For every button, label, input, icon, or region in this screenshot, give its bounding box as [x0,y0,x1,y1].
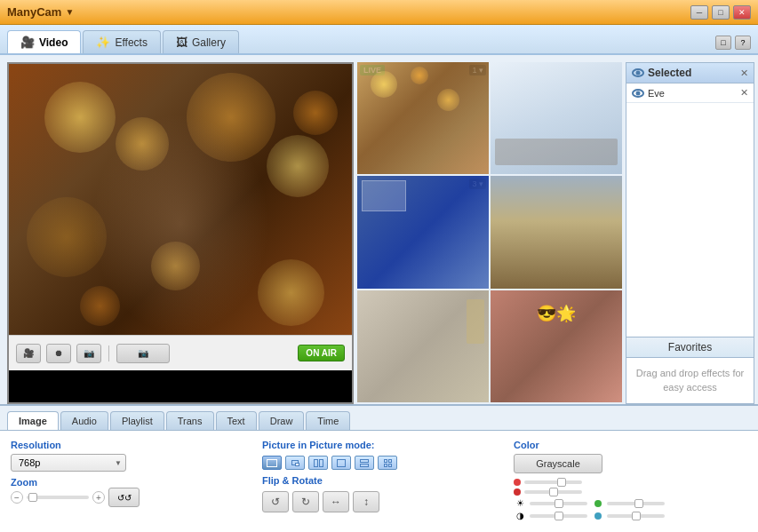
restore-button[interactable]: □ [712,5,730,20]
pip-btn-1[interactable] [262,456,282,470]
bokeh-cell-1 [371,71,397,98]
selected-eye-icon [632,89,644,98]
selected-close-btn[interactable]: ✕ [740,67,748,79]
pip-btn-5[interactable] [355,456,374,470]
color-slider-5[interactable] [530,514,587,518]
zoom-track[interactable] [27,496,89,499]
grid-row-3: 5 ▾ 6 ▾ 😎🌟 [357,290,622,402]
flip-label: Flip & Rotate [262,475,323,486]
cell-bg-4 [491,176,622,288]
tab-video[interactable]: 🎥 Video [7,30,81,53]
tab-gallery-label: Gallery [192,36,226,49]
bokeh-4 [267,135,329,197]
settings-col-2: Picture in Picture mode: [262,440,496,523]
grid-cell-1[interactable]: LIVE 1 ▾ [357,62,489,174]
record-btn[interactable]: ⏺ [46,344,71,363]
eye-icon [632,68,644,77]
pip-btn-3[interactable] [308,456,328,470]
grayscale-button[interactable]: Grayscale [514,454,602,473]
content-area: 🎥 ⏺ 📷 📷 ON AIR LIVE 1 ▾ [0,55,758,404]
tab-gallery[interactable]: 🖼 Gallery [163,30,239,53]
slider-thumb-6 [632,512,641,520]
slider-thumb-1 [557,478,566,487]
title-bar: ManyCam ▼ ─ □ ✕ [0,0,758,25]
flip-h-btn[interactable]: ↔ [323,491,349,512]
color-slider-3[interactable] [530,502,587,505]
tab-audio-label: Audio [72,416,97,426]
pip-btn-6[interactable] [378,456,397,470]
zoom-minus-btn[interactable]: − [11,491,23,504]
grid-cell-6[interactable]: 6 ▾ 😎🌟 [491,290,622,402]
resolution-label: Resolution [11,440,244,450]
zoom-label: Zoom [11,477,37,488]
main-container: 🎥 Video ✨ Effects 🖼 Gallery □ ? [0,25,758,532]
helper-btn-2[interactable]: ? [735,36,751,50]
snapshot-btn[interactable]: 📷 [76,344,101,363]
minimize-button[interactable]: ─ [690,5,708,20]
color-slider-4[interactable] [607,502,665,505]
dropdown-arrow[interactable]: ▼ [65,7,74,17]
tab-text[interactable]: Text [216,411,257,430]
tab-audio[interactable]: Audio [60,411,108,430]
grid-cell-4[interactable]: 4 ▾ [491,176,622,288]
tab-time-label: Time [317,416,339,426]
color-row-2 [514,488,747,496]
zoom-reset-btn[interactable]: ↺↺ [108,488,140,507]
tab-time[interactable]: Time [306,411,350,430]
helper-btn-1[interactable]: □ [715,36,731,50]
color-sliders: ☀ ◑ [514,479,747,520]
on-air-button[interactable]: ON AIR [298,345,345,361]
tab-effects[interactable]: ✨ Effects [83,30,160,53]
grid-cell-5[interactable]: 5 ▾ [357,290,489,402]
pip-icon-2 [291,460,299,465]
color-row-1 [514,479,747,486]
desk-shape [495,139,618,165]
zoom-plus-btn[interactable]: + [92,491,105,504]
tab-trans[interactable]: Trans [166,411,214,430]
bokeh-cell-2 [411,67,428,84]
drag-drop-area: Drag and drop effects for easy access [626,358,754,403]
pip-btn-2[interactable] [285,456,305,470]
selected-content-area [626,103,754,337]
tab-image[interactable]: Image [7,411,59,430]
pip-icon-4 [337,459,346,467]
slider-thumb-3 [555,499,563,508]
grid-cell-3[interactable]: 3 ▾ [357,176,489,288]
flip-buttons-row: ↺ ↻ ↔ ↕ [262,491,496,512]
tab-playlist[interactable]: Playlist [110,411,164,430]
flip-label-row: Flip & Rotate [262,475,496,486]
color-dot-1 [514,479,521,486]
pip-btn-4[interactable] [331,456,351,470]
pip-icon-2-inner [295,463,299,466]
tab-draw-label: Draw [270,416,293,426]
grid-row-2: 3 ▾ 4 ▾ [357,176,622,288]
zoom-row: Zoom [11,477,244,488]
selected-item-close-btn[interactable]: ✕ [740,87,748,99]
bokeh-cell-3 [437,89,459,111]
window-helper-controls: □ ? [715,36,751,50]
favorites-header: Favorites [626,337,754,358]
drag-drop-text: Drag and drop effects for easy access [635,367,745,394]
rotate-left-btn[interactable]: ↺ [262,491,289,512]
separator-1 [108,345,109,361]
resolution-select[interactable]: 768p 480p 720p 1080p [11,454,126,472]
video-controls: 🎥 ⏺ 📷 📷 ON AIR [9,335,352,370]
tab-draw[interactable]: Draw [259,411,305,430]
color-slider-2[interactable] [524,490,582,494]
camera-btn[interactable]: 🎥 [16,344,41,363]
flip-v-btn[interactable]: ↕ [353,491,379,512]
grid-row-1: LIVE 1 ▾ 2 ▾ [357,62,622,174]
desktop-win [362,180,406,211]
color-slider-1[interactable] [524,480,582,484]
right-panel: Selected ✕ Eve ✕ Favorites Drag and drop… [626,62,754,404]
color-slider-6[interactable] [607,514,665,518]
grid-cell-2[interactable]: 2 ▾ [491,62,622,174]
tab-image-label: Image [19,416,47,426]
close-button[interactable]: ✕ [733,5,751,20]
settings-col-1: Resolution 768p 480p 720p 1080p ▼ Zoom −… [11,440,244,523]
selected-label: Selected [648,67,691,79]
webcam-btn[interactable]: 📷 [116,344,170,363]
selected-item-eve: Eve ✕ [626,83,754,103]
rotate-right-btn[interactable]: ↻ [292,491,319,512]
main-video-panel: 🎥 ⏺ 📷 📷 ON AIR [7,62,354,404]
